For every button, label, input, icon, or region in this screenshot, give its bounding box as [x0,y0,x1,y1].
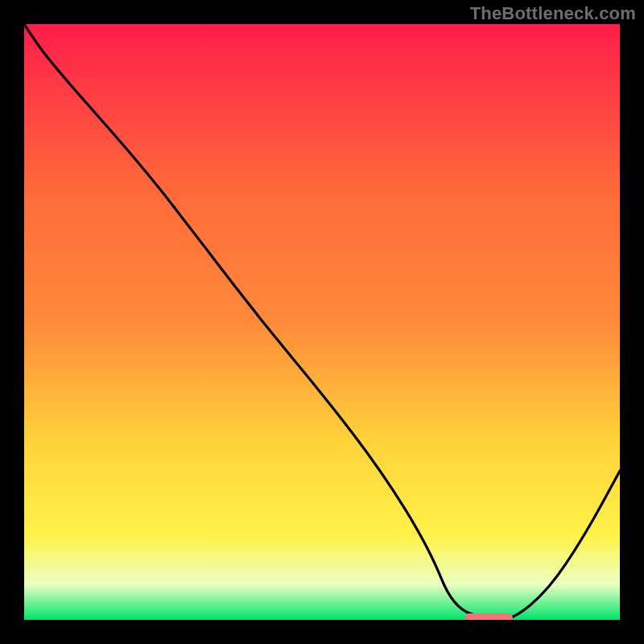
chart-svg [24,24,620,620]
gradient-background [24,24,620,620]
optimal-marker [465,613,513,620]
chart-stage: TheBottleneck.com [0,0,644,644]
plot-area [24,24,620,620]
watermark-text: TheBottleneck.com [470,3,636,24]
